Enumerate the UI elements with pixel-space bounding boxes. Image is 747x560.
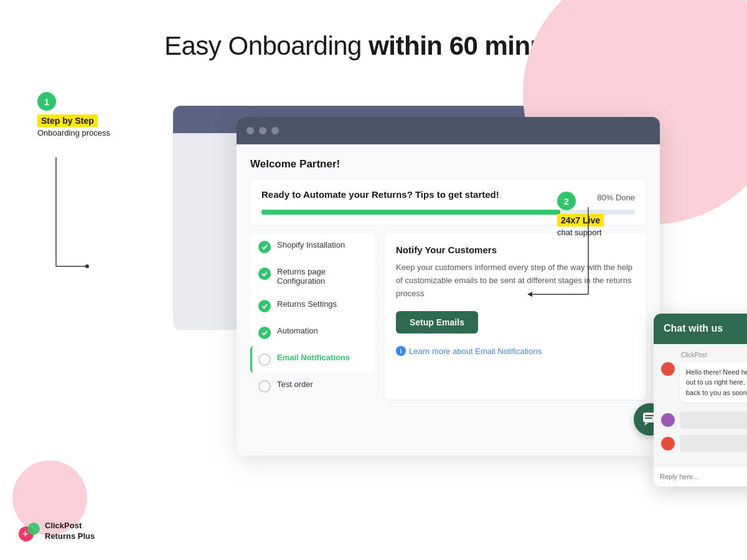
progress-title: Ready to Automate your Returns? Tips to … — [261, 189, 499, 200]
step-shopify-label: Shopify Installation — [277, 240, 345, 250]
step-returns-page-label: Returns pageConfiguration — [277, 267, 326, 286]
chat-placeholder-dot-2 — [661, 437, 675, 450]
step-email-notifications[interactable]: Email Notifications — [250, 346, 375, 373]
step2-arrow — [526, 207, 601, 309]
step-check-test-empty — [258, 380, 271, 393]
step-returns-page[interactable]: Returns pageConfiguration — [250, 260, 375, 292]
logo-svg: + — [17, 520, 40, 543]
chat-header: Chat with us ≡ — [654, 314, 747, 344]
welcome-text: Welcome Partner! — [250, 158, 646, 170]
step-returns-settings[interactable]: Returns Settings — [250, 292, 375, 319]
chat-placeholder-line-2 — [680, 435, 747, 452]
svg-point-12 — [27, 523, 40, 535]
step1-badge: 1 — [37, 92, 56, 111]
content-panel: Notify Your Customers Keep your customer… — [385, 233, 646, 399]
step1-arrow — [44, 157, 93, 282]
step-check-email-empty — [258, 353, 271, 366]
step-automation-label: Automation — [277, 326, 318, 335]
svg-rect-5 — [645, 418, 652, 419]
chat-title: Chat with us — [664, 323, 723, 334]
chat-widget: Chat with us ≡ ClickPost Hello there! Ne… — [654, 314, 747, 487]
steps-sidebar: Shopify Installation Returns pageConfigu… — [250, 233, 375, 399]
chat-bubble: Hello there! Need help? Reach out to us … — [680, 362, 747, 403]
step1-sub-label: Onboarding process — [37, 128, 110, 138]
chat-placeholder-line-1 — [680, 411, 747, 429]
svg-text:+: + — [22, 528, 28, 539]
step-shopify[interactable]: Shopify Installation — [250, 233, 375, 260]
chat-placeholder-row-1 — [661, 411, 747, 429]
content-area: 1 Step by Step Onboarding process — [0, 86, 747, 455]
chat-placeholder-dot-1 — [661, 413, 675, 427]
step-check-automation — [258, 327, 271, 339]
chat-input[interactable] — [660, 473, 747, 480]
chat-body: ClickPost Hello there! Need help? Reach … — [654, 344, 747, 467]
step1-highlight-label: Step by Step — [37, 114, 98, 127]
step-returns-settings-label: Returns Settings — [277, 299, 337, 309]
learn-more-text: Learn more about Email Notifications — [409, 347, 542, 356]
svg-marker-6 — [644, 422, 648, 426]
step-email-label: Email Notifications — [277, 353, 350, 362]
clickpost-logo: + ClickPost Returns Plus — [17, 520, 95, 543]
window-dot-1 — [247, 127, 254, 134]
step-check-shopify — [258, 241, 271, 253]
chat-placeholder-row-2 — [661, 435, 747, 452]
learn-more-link[interactable]: i Learn more about Email Notifications — [396, 346, 635, 356]
svg-marker-9 — [527, 292, 532, 297]
chat-message-row: Hello there! Need help? Reach out to us … — [661, 362, 747, 403]
step-check-returns-settings — [258, 300, 271, 312]
dashboard-window-header — [237, 117, 660, 144]
step-check-returns-page — [258, 268, 271, 280]
window-dot-3 — [271, 127, 279, 134]
progress-bar-fill — [261, 210, 560, 215]
chat-input-row[interactable]: 📎 🙂 — [654, 466, 747, 487]
chat-brand: ClickPost — [661, 352, 747, 358]
step-automation[interactable]: Automation — [250, 319, 375, 346]
info-icon: i — [396, 346, 406, 356]
step-test-label: Test order — [277, 380, 313, 389]
logo-text: ClickPost Returns Plus — [45, 521, 95, 542]
step-test-order[interactable]: Test order — [250, 373, 375, 399]
chat-avatar — [661, 362, 675, 376]
window-dot-2 — [259, 127, 266, 134]
svg-point-2 — [85, 264, 89, 268]
step1-annotation: 1 Step by Step Onboarding process — [37, 92, 110, 138]
setup-emails-button[interactable]: Setup Emails — [396, 311, 478, 334]
